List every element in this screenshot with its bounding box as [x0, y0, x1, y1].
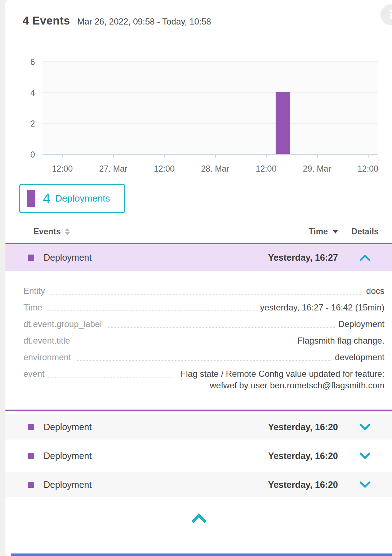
x-axis-label: 12:00	[357, 164, 378, 174]
detail-label: dt.event.title	[23, 335, 70, 347]
gridline	[43, 92, 378, 93]
detail-label: environment	[23, 352, 71, 363]
deployment-swatch-icon	[28, 453, 34, 459]
expand-row-button[interactable]	[345, 424, 385, 431]
detail-row: Time yesterday, 16:27 - 16:42 (15min)	[23, 302, 384, 313]
deployment-swatch-icon	[28, 424, 34, 430]
chevron-down-icon	[360, 424, 370, 431]
y-axis-label: 6	[5, 58, 35, 66]
detail-label: Time	[23, 302, 42, 313]
detail-value: Flagsmith flag change.	[298, 335, 384, 347]
deployment-swatch-icon	[28, 255, 34, 261]
x-tick-mark	[62, 155, 63, 158]
detail-value: yesterday, 16:27 - 16:42 (15min)	[260, 302, 384, 313]
detail-label: Entity	[23, 285, 45, 297]
table-row[interactable]: Deployment Yesterday, 16:20	[5, 414, 392, 440]
detail-value: Deployment	[338, 318, 384, 330]
deployment-swatch-icon	[28, 482, 34, 488]
legend-count: 4	[43, 191, 50, 206]
events-header-label: Events	[34, 227, 61, 237]
dotted-leader	[106, 318, 335, 328]
event-time: Yesterday, 16:20	[262, 480, 338, 490]
event-time: Yesterday, 16:20	[262, 422, 338, 432]
detail-row: dt.event.title Flagsmith flag change.	[23, 335, 384, 347]
y-axis-label: 4	[5, 89, 35, 97]
chevron-up-icon	[360, 254, 370, 261]
table-header-row: Events Time Details	[5, 227, 392, 243]
event-details-panel: Entity docs Time yesterday, 16:27 - 16:4…	[5, 271, 392, 411]
collapse-panel-button[interactable]	[188, 511, 210, 527]
detail-row: environment development	[23, 352, 384, 363]
detail-value: docs	[366, 285, 384, 297]
x-tick-mark	[317, 155, 318, 158]
event-type-label: Deployment	[44, 480, 92, 490]
dotted-leader	[74, 335, 294, 344]
y-axis-label: 0	[5, 151, 35, 159]
y-axis-label: 2	[5, 120, 35, 128]
bottom-blue-bar	[11, 553, 392, 556]
column-header-time[interactable]: Time	[262, 227, 338, 237]
x-axis-label: 27. Mar	[99, 164, 127, 174]
table-row[interactable]: Deployment Yesterday, 16:27	[5, 243, 392, 271]
detail-label: event	[23, 368, 45, 380]
expand-row-button[interactable]	[345, 481, 385, 488]
column-header-details: Details	[345, 227, 385, 237]
chart-bar[interactable]	[276, 92, 290, 154]
detail-value: Flag state / Remote Config value updated…	[176, 368, 384, 391]
chevron-down-icon	[360, 453, 370, 459]
panel-header: 4 Events Mar 26, 2022, 09:58 - Today, 10…	[5, 0, 392, 27]
events-table: Events Time Details Deployment Yesterday…	[5, 227, 392, 497]
page-title: 4 Events	[23, 14, 70, 27]
expand-row-button[interactable]	[345, 453, 385, 459]
dotted-leader	[48, 368, 173, 378]
x-axis-label: 29. Mar	[303, 164, 331, 174]
column-header-events[interactable]: Events	[34, 227, 70, 237]
table-row[interactable]: Deployment Yesterday, 16:20	[5, 443, 392, 468]
event-time: Yesterday, 16:20	[262, 451, 338, 461]
chevron-down-icon	[360, 481, 370, 488]
legend-label: Deployments	[55, 193, 110, 204]
event-type-label: Deployment	[44, 451, 92, 461]
event-time: Yesterday, 16:27	[262, 252, 338, 263]
detail-label: dt.event.group_label	[23, 318, 102, 330]
detail-row: event Flag state / Remote Config value u…	[23, 368, 384, 391]
x-axis-label: 28. Mar	[201, 164, 229, 174]
events-bar-chart: 6 4 2 0 12:00 27. Mar 12:00 28. M	[5, 58, 392, 173]
detail-value: development	[335, 352, 384, 363]
legend-deployments-toggle[interactable]: 4 Deployments	[19, 184, 125, 213]
sort-both-icon	[65, 228, 70, 235]
table-row[interactable]: Deployment Yesterday, 16:20	[5, 472, 392, 497]
chevron-up-icon	[191, 513, 207, 524]
event-type-label: Deployment	[44, 252, 92, 263]
gridline	[43, 61, 378, 62]
dotted-leader	[75, 352, 331, 361]
x-tick-mark	[164, 155, 165, 158]
x-axis-label: 12:00	[154, 164, 175, 174]
detail-row: dt.event.group_label Deployment	[23, 318, 384, 330]
sort-desc-icon	[333, 230, 338, 234]
dotted-leader	[49, 285, 362, 295]
dotted-leader	[46, 302, 256, 311]
info-icon-glyph: i	[389, 7, 392, 22]
detail-row: Entity docs	[23, 285, 384, 297]
x-axis-label: 12:00	[256, 164, 277, 174]
x-tick-mark	[113, 155, 114, 158]
x-axis-label: 12:00	[52, 164, 73, 174]
time-header-label: Time	[309, 227, 328, 237]
timeframe-label: Mar 26, 2022, 09:58 - Today, 10:58	[77, 17, 211, 27]
x-tick-mark	[368, 155, 369, 158]
deployment-swatch-icon	[27, 190, 35, 207]
collapse-row-button[interactable]	[345, 254, 385, 261]
event-type-label: Deployment	[44, 422, 92, 432]
gridline	[43, 123, 378, 124]
chart-plot-area	[43, 61, 378, 155]
x-tick-mark	[215, 155, 216, 158]
x-tick-mark	[266, 155, 267, 158]
events-panel: 4 Events Mar 26, 2022, 09:58 - Today, 10…	[5, 0, 392, 556]
